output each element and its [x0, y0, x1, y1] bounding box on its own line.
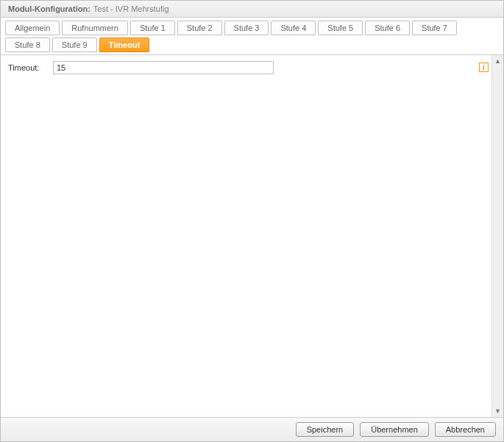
tab-label: Stufe 5	[327, 23, 353, 33]
tab-label: Stufe 1	[140, 23, 166, 33]
tab-stufe-8[interactable]: Stufe 8	[5, 38, 50, 52]
tab-stufe-7[interactable]: Stufe 7	[412, 21, 457, 35]
tab-allgemein[interactable]: Allgemein	[5, 21, 60, 35]
tab-stufe-1[interactable]: Stufe 1	[130, 21, 175, 35]
tabs-area: Allgemein Rufnummern Stufe 1 Stufe 2 Stu…	[1, 18, 503, 55]
tab-row-1: Allgemein Rufnummern Stufe 1 Stufe 2 Stu…	[5, 21, 499, 35]
tab-label: Stufe 6	[375, 23, 400, 33]
cancel-button[interactable]: Abbrechen	[435, 422, 496, 437]
title-name: Test - IVR Mehrstufig	[93, 4, 169, 13]
timeout-label: Timeout:	[8, 63, 49, 72]
content-panel: Timeout: i	[1, 55, 491, 417]
scroll-down-arrow-icon[interactable]: ▼	[492, 405, 503, 417]
apply-button[interactable]: Übernehmen	[360, 422, 429, 437]
tab-timeout[interactable]: Timeout	[99, 38, 150, 52]
tab-row-2: Stufe 8 Stufe 9 Timeout	[5, 38, 499, 52]
tab-stufe-5[interactable]: Stufe 5	[318, 21, 363, 35]
info-glyph: i	[483, 63, 485, 71]
tab-label: Allgemein	[15, 23, 50, 33]
tab-label: Stufe 2	[187, 23, 213, 33]
form-row-timeout: Timeout:	[8, 61, 484, 74]
footer-bar: Speichern Übernehmen Abbrechen	[1, 417, 503, 441]
info-icon[interactable]: i	[479, 63, 489, 72]
scroll-up-arrow-icon[interactable]: ▲	[492, 55, 503, 67]
title-bar: Modul-Konfiguration: Test - IVR Mehrstuf…	[1, 1, 503, 18]
tab-stufe-4[interactable]: Stufe 4	[271, 21, 316, 35]
tab-label: Stufe 7	[422, 23, 447, 33]
title-label: Modul-Konfiguration:	[8, 4, 90, 13]
content-wrap: Timeout: i ▲ ▼	[1, 55, 503, 417]
tab-stufe-3[interactable]: Stufe 3	[224, 21, 269, 35]
tab-label: Stufe 4	[280, 23, 306, 33]
tab-label: Stufe 3	[234, 23, 260, 33]
module-config-window: Modul-Konfiguration: Test - IVR Mehrstuf…	[0, 0, 504, 442]
tab-label: Stufe 8	[15, 40, 40, 50]
save-button[interactable]: Speichern	[296, 422, 355, 437]
vertical-scrollbar[interactable]: ▲ ▼	[491, 55, 503, 417]
tab-label: Stufe 9	[62, 40, 88, 50]
tab-label: Rufnummern	[71, 23, 118, 33]
tab-rufnummern[interactable]: Rufnummern	[62, 21, 128, 35]
timeout-input[interactable]	[53, 61, 274, 74]
tab-stufe-2[interactable]: Stufe 2	[177, 21, 222, 35]
tab-stufe-9[interactable]: Stufe 9	[52, 38, 97, 52]
tab-stufe-6[interactable]: Stufe 6	[365, 21, 410, 35]
tab-label: Timeout	[109, 40, 141, 50]
